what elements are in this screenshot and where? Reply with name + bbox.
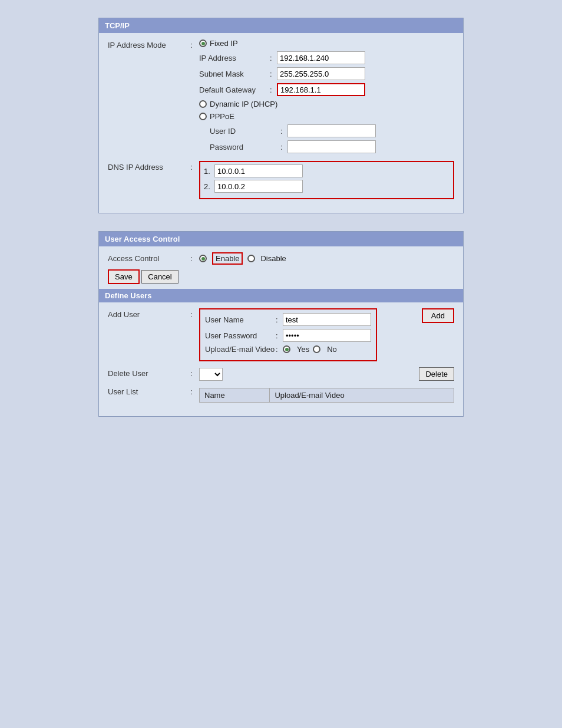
userpassword-colon: :	[276, 331, 283, 340]
save-cancel-row: Save Cancel	[108, 269, 454, 284]
pppoe-option[interactable]: PPPoE	[199, 112, 454, 121]
cancel-button[interactable]: Cancel	[141, 270, 178, 284]
delete-user-colon: :	[190, 367, 199, 378]
delete-user-row: Delete User : Delete	[108, 367, 454, 381]
tcpip-panel-body: IP Address Mode : Fixed IP IP Address : …	[99, 33, 463, 213]
userid-input[interactable]	[287, 124, 376, 137]
ip-mode-label: IP Address Mode	[108, 39, 190, 50]
delete-user-select[interactable]	[199, 368, 223, 381]
dns1-num: 1.	[204, 167, 213, 176]
tcpip-panel: TCP/IP IP Address Mode : Fixed IP IP Add…	[98, 18, 464, 213]
fixed-ip-radio[interactable]	[199, 39, 207, 47]
upload-yes-radio[interactable]	[283, 345, 290, 353]
upload-video-subrow: Upload/E-mail Video : Yes No	[205, 345, 371, 354]
tcpip-panel-header: TCP/IP	[99, 18, 463, 33]
delete-user-label: Delete User	[108, 367, 190, 378]
user-table-head: Name Upload/E-mail Video	[200, 388, 454, 403]
disable-radio[interactable]	[247, 255, 255, 262]
add-user-label: Add User	[108, 308, 190, 319]
user-list-content: Name Upload/E-mail Video	[199, 386, 454, 403]
userid-label: User ID	[210, 127, 280, 136]
upload-no-label: No	[327, 345, 337, 354]
user-access-title: User Access Control	[105, 235, 180, 243]
upload-video-colon: :	[276, 345, 283, 354]
ip-address-label: IP Address	[199, 54, 270, 62]
add-user-content: User Name : User Password : Upload/E-mai…	[199, 308, 454, 361]
dns2-row: 2.	[204, 180, 449, 193]
user-list-colon: :	[190, 386, 199, 396]
upload-yes-label: Yes	[297, 345, 309, 354]
dynamic-ip-option[interactable]: Dynamic IP (DHCP)	[199, 100, 454, 108]
gateway-row: Default Gateway :	[199, 83, 454, 96]
dns1-input[interactable]	[214, 164, 303, 177]
user-list-label: User List	[108, 386, 190, 396]
upload-video-label: Upload/E-mail Video	[205, 345, 276, 354]
enable-radio[interactable]	[199, 255, 207, 262]
delete-user-content: Delete	[199, 367, 454, 381]
define-users-title: Define Users	[105, 291, 151, 300]
user-access-header: User Access Control	[99, 232, 463, 246]
username-colon: :	[276, 315, 283, 324]
dns-label: DNS IP Address	[108, 161, 190, 172]
dns1-row: 1.	[204, 164, 449, 177]
user-table-header-row: Name Upload/E-mail Video	[200, 388, 454, 403]
password-colon: :	[280, 143, 287, 151]
userpassword-subrow: User Password :	[205, 329, 371, 342]
delete-button[interactable]: Delete	[419, 367, 454, 381]
access-control-colon: :	[190, 252, 199, 263]
ip-mode-row: IP Address Mode : Fixed IP IP Address : …	[108, 39, 454, 156]
dns-colon: :	[190, 161, 199, 172]
fixed-ip-option[interactable]: Fixed IP	[199, 39, 454, 48]
gateway-colon: :	[270, 85, 277, 94]
add-user-colon: :	[190, 308, 199, 319]
add-button[interactable]: Add	[422, 308, 454, 323]
upload-no-radio[interactable]	[313, 345, 320, 353]
username-label: User Name	[205, 315, 276, 324]
enable-label: Enable	[212, 252, 243, 265]
gateway-input[interactable]	[277, 83, 365, 96]
col-upload: Upload/E-mail Video	[270, 388, 454, 403]
add-user-row: Add User : User Name : User Password :	[108, 308, 454, 361]
pppoe-label: PPPoE	[210, 112, 234, 121]
gateway-label: Default Gateway	[199, 85, 270, 94]
dynamic-ip-radio[interactable]	[199, 100, 207, 108]
access-control-row: Access Control : Enable Disable	[108, 252, 454, 265]
ip-mode-content: Fixed IP IP Address : Subnet Mask : Defa…	[199, 39, 454, 156]
access-control-label: Access Control	[108, 252, 190, 263]
dns-highlighted-group: 1. 2.	[199, 161, 454, 199]
userpassword-input[interactable]	[283, 329, 371, 342]
user-access-body: Access Control : Enable Disable Save Can…	[99, 246, 463, 416]
subnet-label: Subnet Mask	[199, 70, 270, 78]
subnet-row: Subnet Mask :	[199, 67, 454, 80]
userid-row: User ID :	[210, 124, 454, 137]
password-label: Password	[210, 143, 280, 151]
ip-mode-colon: :	[190, 39, 199, 50]
userpassword-label: User Password	[205, 331, 276, 340]
username-input[interactable]	[283, 313, 371, 326]
define-users-header: Define Users	[99, 289, 463, 302]
password-input[interactable]	[287, 140, 376, 153]
password-row: Password :	[210, 140, 454, 153]
user-list-table: Name Upload/E-mail Video	[199, 388, 454, 403]
user-list-row: User List : Name Upload/E-mail Video	[108, 386, 454, 403]
disable-label: Disable	[260, 254, 286, 263]
subnet-input[interactable]	[277, 67, 365, 80]
fixed-ip-label: Fixed IP	[210, 39, 238, 48]
userid-colon: :	[280, 127, 287, 136]
dns2-num: 2.	[204, 182, 213, 191]
dns2-input[interactable]	[214, 180, 303, 193]
save-button[interactable]: Save	[108, 269, 140, 284]
access-control-content: Enable Disable	[199, 252, 454, 265]
pppoe-radio[interactable]	[199, 113, 207, 120]
col-name: Name	[200, 388, 270, 403]
dns-row: DNS IP Address : 1. 2.	[108, 161, 454, 199]
subnet-colon: :	[270, 70, 277, 78]
user-access-panel: User Access Control Access Control : Ena…	[98, 231, 464, 417]
ip-address-input[interactable]	[277, 51, 365, 64]
add-user-group: User Name : User Password : Upload/E-mai…	[199, 308, 377, 361]
dns-content: 1. 2.	[199, 161, 454, 199]
ip-address-colon: :	[270, 54, 277, 62]
tcpip-title: TCP/IP	[105, 21, 130, 30]
upload-video-radios: Yes No	[283, 345, 337, 354]
username-subrow: User Name :	[205, 313, 371, 326]
